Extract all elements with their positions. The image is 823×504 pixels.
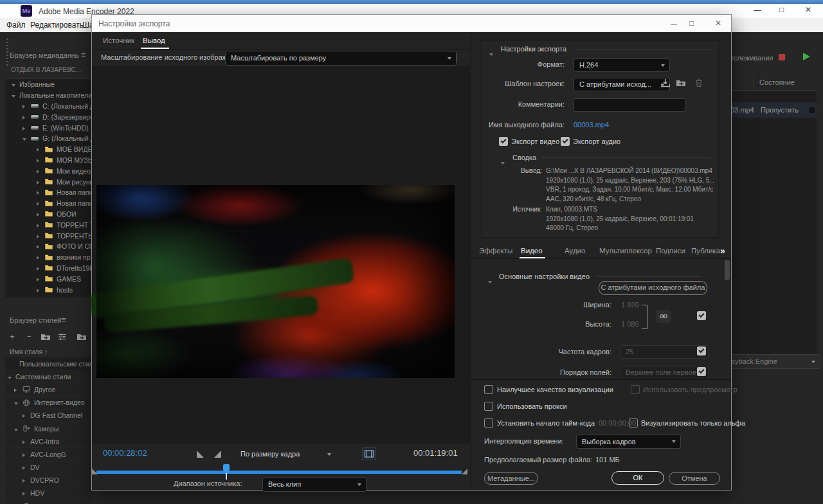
chevron-right-icon[interactable]: [23, 411, 30, 419]
use-proxy-checkbox[interactable]: [484, 402, 493, 411]
chevron-right-icon[interactable]: [23, 476, 30, 484]
settings-sliders-icon[interactable]: [57, 332, 68, 342]
close-button[interactable]: ✕: [805, 5, 811, 14]
chevron-down-icon[interactable]: [12, 91, 19, 99]
styles-browser-menu-icon[interactable]: ≡: [61, 315, 66, 325]
playback-engine-select[interactable]: Playback Engine: [719, 354, 820, 369]
timeline-bar[interactable]: [96, 471, 462, 474]
chevron-right-icon[interactable]: [37, 178, 44, 186]
styles-item-partial[interactable]: Кино: [5, 500, 92, 504]
dimensions-checkbox[interactable]: [697, 311, 706, 320]
chevron-down-icon[interactable]: [14, 425, 22, 433]
styles-item-dg-fast[interactable]: DG Fast Channel: [5, 410, 92, 422]
status-column-header[interactable]: Состояние: [759, 78, 804, 86]
tab-captions[interactable]: Подписи: [656, 247, 685, 255]
chevron-down-icon[interactable]: [12, 80, 19, 88]
chevron-right-icon[interactable]: [37, 145, 44, 153]
field-order-checkbox[interactable]: [697, 367, 706, 376]
format-select[interactable]: H.264: [574, 59, 670, 72]
chevron-right-icon[interactable]: [23, 438, 30, 446]
current-timecode[interactable]: 00:00:28:02: [103, 448, 147, 458]
tree-item-folder[interactable]: Новая папка: [5, 187, 92, 198]
tab-output[interactable]: Вывод: [143, 37, 165, 44]
chevron-right-icon[interactable]: [37, 188, 44, 196]
tree-item-folder[interactable]: hosts: [5, 284, 92, 295]
tab-multiplexer[interactable]: Мультиплексор: [599, 247, 652, 255]
field-order-select[interactable]: Верхнее поле первое: [620, 366, 709, 379]
cancel-button[interactable]: Отмена: [669, 472, 720, 485]
tree-item-drive-e[interactable]: E: (WinToHDD): [5, 122, 92, 133]
chevron-right-icon[interactable]: [37, 286, 44, 294]
styles-column-header[interactable]: Имя стиля ↑: [10, 348, 48, 356]
chevron-right-icon[interactable]: [37, 275, 44, 283]
tab-effects[interactable]: Эффекты: [479, 247, 512, 255]
link-dimensions-button[interactable]: [656, 310, 671, 323]
add-icon[interactable]: ＋: [8, 331, 16, 342]
media-browser-menu-icon[interactable]: ≡: [81, 50, 86, 60]
tab-publish[interactable]: Публика: [691, 247, 720, 255]
chevron-right-icon[interactable]: [23, 451, 30, 458]
dialog-maximize-button[interactable]: □: [689, 19, 694, 28]
queue-row[interactable]: 03.mp4 Пропустить: [728, 102, 817, 118]
styles-item-system[interactable]: Системные стили: [5, 370, 92, 383]
tree-item-drive-d[interactable]: D: (Зарезервиро: [5, 111, 92, 122]
tree-item-folder[interactable]: Мои видеоз: [5, 165, 92, 176]
source-range-select[interactable]: Весь клип: [262, 477, 366, 492]
tree-item-folder[interactable]: ТОРРЕНТЫ: [5, 230, 92, 241]
timeline-right-handle[interactable]: [462, 469, 467, 474]
summary-collapse-icon[interactable]: [501, 156, 509, 167]
tree-item-folder[interactable]: GAMES: [5, 273, 92, 284]
dialog-minimize-button[interactable]: —: [671, 21, 677, 28]
tabs-overflow-icon[interactable]: »: [720, 246, 725, 256]
tree-item-folder[interactable]: Новая папк: [5, 198, 92, 209]
tree-item-local-drives[interactable]: Локальные накопители: [5, 90, 92, 101]
fps-select[interactable]: 25: [620, 345, 709, 359]
settings-scrollbar-thumb[interactable]: [725, 260, 730, 280]
metadata-button[interactable]: Метаданные...: [484, 472, 538, 485]
styles-item-dv[interactable]: DV: [5, 462, 92, 474]
set-in-point-button[interactable]: [197, 451, 204, 458]
stop-queue-button[interactable]: [779, 54, 785, 60]
chevron-right-icon[interactable]: [37, 221, 44, 229]
export-video-checkbox[interactable]: [499, 137, 508, 146]
chevron-down-icon[interactable]: [23, 134, 30, 142]
preview-zoom-select[interactable]: По размеру кадра: [235, 447, 336, 462]
alpha-only-checkbox[interactable]: [629, 419, 638, 428]
tree-item-folder[interactable]: ФОТО И ОБ: [5, 241, 92, 252]
video-preview-frame[interactable]: [96, 185, 455, 378]
start-timecode-checkbox[interactable]: [484, 419, 493, 428]
tree-item-folder[interactable]: DToretto198: [5, 263, 92, 274]
chevron-right-icon[interactable]: [37, 167, 44, 175]
save-preset-icon[interactable]: [660, 78, 671, 88]
chevron-right-icon[interactable]: [23, 464, 30, 471]
tab-source[interactable]: Источник: [103, 37, 134, 44]
styles-item-dvcpro[interactable]: DVCPRO: [5, 474, 92, 487]
video-section-collapse-icon[interactable]: [488, 274, 496, 286]
interpolation-select[interactable]: Выборка кадров: [576, 435, 681, 449]
styles-item-internet-video[interactable]: Интернет-видео: [5, 397, 92, 410]
chevron-right-icon[interactable]: [23, 113, 30, 121]
tree-item-folder[interactable]: ТОРРЕНТ ТЕ: [5, 219, 92, 230]
styles-item-other[interactable]: Другое: [5, 383, 92, 396]
playhead[interactable]: [223, 464, 230, 470]
tree-item-folder[interactable]: МОЯ МУЗЫ: [5, 155, 92, 166]
dialog-close-button[interactable]: ✕: [715, 19, 721, 28]
chevron-right-icon[interactable]: [37, 264, 44, 272]
remove-icon[interactable]: －: [25, 331, 33, 342]
maximize-button[interactable]: □: [779, 5, 784, 14]
tab-audio[interactable]: Аудио: [565, 247, 585, 255]
preset-select[interactable]: С атрибутами исход...: [574, 78, 670, 91]
chevron-down-icon[interactable]: [14, 399, 22, 406]
new-group-icon[interactable]: [41, 332, 51, 342]
apply-style-icon[interactable]: [77, 332, 87, 342]
project-selector[interactable]: ОТДЫХ В ЛАЗАРЕВС...: [8, 63, 103, 77]
set-out-point-button[interactable]: [214, 451, 221, 458]
styles-item-user[interactable]: Пользовательские стили: [5, 357, 92, 370]
comments-input[interactable]: [574, 98, 685, 112]
tree-item-folder[interactable]: Мои рисунк: [5, 176, 92, 187]
tree-item-favorites[interactable]: Избранные: [5, 79, 92, 90]
chevron-right-icon[interactable]: [37, 253, 44, 261]
export-audio-checkbox[interactable]: [561, 137, 570, 146]
chevron-right-icon[interactable]: [23, 124, 30, 132]
chevron-down-icon[interactable]: [8, 373, 15, 381]
